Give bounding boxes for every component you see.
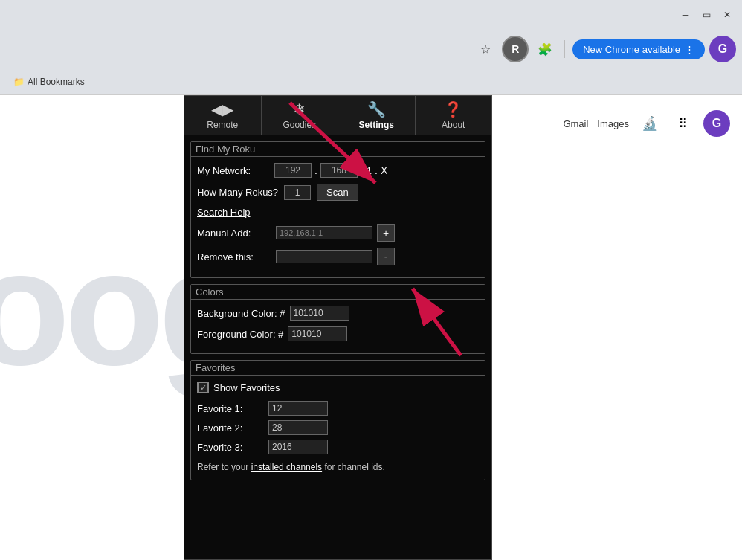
- network-part3: 1: [367, 165, 372, 176]
- remote-tab-icon: ◀▶: [211, 100, 233, 118]
- folder-icon: 📁: [13, 77, 25, 87]
- close-button[interactable]: ✕: [720, 7, 735, 22]
- apps-icon[interactable]: ⠿: [671, 112, 694, 135]
- fav1-row: Favorite 1:: [197, 401, 479, 416]
- refer-text-before: Refer to your: [197, 462, 251, 472]
- profile-g-button[interactable]: G: [709, 36, 736, 62]
- network-part2-input[interactable]: [320, 163, 358, 178]
- remove-this-input[interactable]: [276, 250, 372, 263]
- settings-tab-label: Settings: [359, 120, 394, 130]
- goodies-tab-label: Goodies: [283, 120, 316, 130]
- fav2-input[interactable]: [268, 420, 328, 435]
- network-part1-input[interactable]: [274, 163, 312, 178]
- search-help-link[interactable]: Search Help: [197, 207, 479, 218]
- bg-color-label: Background Color: #: [197, 308, 285, 319]
- find-roku-legend: Find My Roku: [191, 142, 485, 157]
- remove-this-label: Remove this:: [197, 251, 271, 263]
- find-roku-section: Find My Roku My Network: . . 1 . X How M…: [190, 141, 485, 278]
- goodies-tab-icon: ❄: [293, 100, 306, 118]
- refer-text-after: for channel ids.: [322, 462, 385, 472]
- fg-color-label: Foreground Color: #: [197, 329, 283, 340]
- remove-minus-button[interactable]: -: [377, 248, 395, 265]
- favorites-section: Favorites ✓ Show Favorites Favorite 1: F…: [190, 360, 485, 480]
- extension-profile-r-button[interactable]: R: [502, 36, 529, 62]
- bookmark-star-button[interactable]: ☆: [474, 37, 497, 61]
- new-chrome-button[interactable]: New Chrome available ⋮: [572, 39, 705, 59]
- remove-this-row: Remove this: -: [197, 248, 479, 265]
- show-favorites-checkbox[interactable]: ✓: [197, 382, 209, 393]
- new-chrome-more-icon: ⋮: [685, 44, 694, 55]
- maximize-button[interactable]: ▭: [699, 7, 714, 22]
- fav2-row: Favorite 2:: [197, 420, 479, 435]
- about-tab-label: About: [442, 120, 465, 130]
- how-many-label: How Many Rokus?: [197, 187, 278, 198]
- window-controls: ─ ▭ ✕: [678, 7, 735, 22]
- my-network-row: My Network: . . 1 . X: [197, 163, 479, 178]
- popup-tabs: ◀▶ Remote ❄ Goodies 🔧 Settings ❓ About: [184, 96, 491, 135]
- tab-settings[interactable]: 🔧 Settings: [338, 96, 416, 135]
- find-roku-content: My Network: . . 1 . X How Many Rokus? Sc…: [191, 157, 485, 277]
- colors-section: Colors Background Color: # Foreground Co…: [190, 284, 485, 354]
- checkbox-check: ✓: [200, 383, 207, 393]
- network-x: X: [381, 164, 387, 176]
- manual-add-row: Manual Add: +: [197, 224, 479, 242]
- how-many-row: How Many Rokus? Scan: [197, 184, 479, 201]
- fav2-label: Favorite 2:: [197, 422, 264, 434]
- how-many-input[interactable]: [284, 185, 311, 200]
- tab-about[interactable]: ❓ About: [416, 96, 492, 135]
- title-bar: ─ ▭ ✕: [0, 0, 742, 30]
- network-dot-1: .: [314, 164, 317, 176]
- settings-tab-icon: 🔧: [367, 100, 386, 118]
- images-link[interactable]: Images: [597, 118, 629, 129]
- manual-add-label: Manual Add:: [197, 228, 271, 239]
- new-chrome-label: New Chrome available: [583, 44, 680, 55]
- fg-color-input[interactable]: [288, 326, 347, 341]
- nav-separator: [564, 40, 565, 58]
- popup-panel: ◀▶ Remote ❄ Goodies 🔧 Settings ❓ About F…: [184, 95, 492, 560]
- refer-text: Refer to your installed channels for cha…: [197, 460, 479, 474]
- all-bookmarks-item[interactable]: 📁 All Bookmarks: [9, 74, 89, 90]
- network-dot-2: .: [361, 164, 364, 176]
- minimize-button[interactable]: ─: [678, 7, 693, 22]
- manual-add-plus-button[interactable]: +: [377, 224, 395, 242]
- fav1-label: Favorite 1:: [197, 403, 264, 414]
- show-favorites-row: ✓ Show Favorites: [197, 382, 479, 393]
- installed-channels-link[interactable]: installed channels: [251, 462, 322, 472]
- nav-bar: ☆ R 🧩 New Chrome available ⋮ G: [0, 30, 742, 68]
- remote-tab-label: Remote: [207, 120, 238, 130]
- fav3-label: Favorite 3:: [197, 442, 264, 453]
- manual-add-input[interactable]: [276, 226, 372, 239]
- google-profile-g[interactable]: G: [703, 110, 730, 137]
- network-dot-3: .: [375, 164, 378, 176]
- all-bookmarks-label: All Bookmarks: [28, 77, 85, 87]
- fav3-input[interactable]: [268, 440, 328, 454]
- colors-legend: Colors: [191, 285, 485, 300]
- about-tab-icon: ❓: [444, 100, 462, 118]
- colors-content: Background Color: # Foreground Color: #: [191, 300, 485, 353]
- labs-icon[interactable]: 🔬: [638, 112, 662, 135]
- tab-goodies[interactable]: ❄ Goodies: [262, 96, 339, 135]
- fav3-row: Favorite 3:: [197, 440, 479, 454]
- fav1-input[interactable]: [268, 401, 328, 416]
- tab-remote[interactable]: ◀▶ Remote: [184, 96, 262, 135]
- gmail-link[interactable]: Gmail: [563, 118, 588, 129]
- fg-color-row: Foreground Color: #: [197, 326, 479, 341]
- favorites-legend: Favorites: [191, 361, 485, 376]
- bg-color-row: Background Color: #: [197, 306, 479, 321]
- scan-button[interactable]: Scan: [317, 184, 358, 201]
- extensions-button[interactable]: 🧩: [533, 37, 557, 61]
- bookmarks-bar: 📁 All Bookmarks: [0, 68, 742, 95]
- favorites-content: ✓ Show Favorites Favorite 1: Favorite 2:…: [191, 376, 485, 480]
- content-area: Gmail Images 🔬 ⠿ G oogle ◀▶ Remote ❄ Goo…: [0, 95, 742, 560]
- my-network-label: My Network:: [197, 165, 271, 176]
- bg-color-input[interactable]: [290, 306, 349, 321]
- show-favorites-label: Show Favorites: [213, 382, 280, 393]
